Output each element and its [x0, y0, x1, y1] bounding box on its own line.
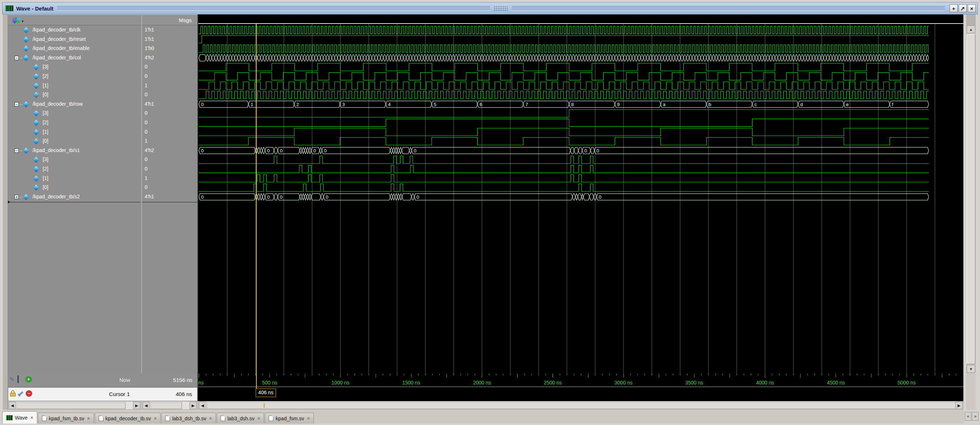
tab-close-icon[interactable]: × [30, 415, 33, 420]
signal-row[interactable]: −/kpad_decoder_tb/col [8, 53, 141, 62]
signal-row[interactable]: [1] [8, 81, 141, 91]
signal-row[interactable]: /kpad_decoder_tb/enable [8, 44, 141, 53]
collapse-toggle[interactable]: − [14, 149, 19, 153]
signal-row[interactable]: [2] [8, 72, 141, 81]
signal-name: [2] [43, 166, 48, 172]
signal-row[interactable]: /kpad_decoder_tb/clk [8, 26, 141, 35]
lock-icon[interactable] [10, 390, 16, 397]
tab-wave[interactable]: Wave× [2, 411, 37, 423]
svg-text:2: 2 [296, 102, 299, 107]
signal-row[interactable]: −/kpad_decoder_tb/s1 [8, 146, 141, 155]
zoom-add-button[interactable]: + [950, 4, 958, 12]
wave-window-icon [5, 5, 13, 11]
signal-names-panel: /kpad_decoder_tb/clk/kpad_decoder_tb/res… [8, 26, 141, 374]
tab-scroll-right-icon[interactable]: » [972, 412, 978, 421]
wave-canvas[interactable]: 0123456789abcdef00000000000000 [198, 14, 963, 374]
cursor-track[interactable]: 406 ns [198, 387, 963, 401]
collapse-toggle[interactable]: − [14, 102, 19, 106]
tab-kpad-fsm-tb-sv[interactable]: kpad_fsm_tb.sv× [38, 413, 94, 423]
close-button[interactable]: × [968, 4, 976, 12]
signal-name: [1] [43, 83, 48, 88]
svg-text:500 ns: 500 ns [262, 380, 277, 385]
tab-scroll-buttons: « » [965, 412, 979, 421]
signal-value: 0 [145, 120, 148, 125]
timeline-ruler[interactable]: 0 ns500 ns1000 ns1500 ns2000 ns2500 ns30… [198, 374, 963, 387]
signal-row[interactable]: [0] [8, 90, 141, 99]
tab-lab3-dsh-tb-sv[interactable]: lab3_dsh_tb.sv× [161, 413, 216, 423]
names-values-splitter[interactable] [141, 14, 142, 401]
signal-row[interactable]: +/kpad_decoder_tb/s2 [8, 192, 141, 201]
signal-value: 0 [145, 73, 148, 79]
signal-row[interactable]: [0] [8, 183, 141, 192]
scroll-up-icon[interactable]: ▲ [967, 26, 975, 33]
scroll-right-icon[interactable]: ▶ [133, 402, 140, 409]
values-hscrollbar[interactable]: ◀ ▶ [142, 401, 197, 410]
signal-row[interactable]: [1] [8, 174, 141, 183]
expand-toggle[interactable]: + [14, 195, 19, 199]
column-header-bar: ▾ Msgs [8, 14, 197, 26]
scroll-left-icon[interactable]: ◀ [143, 402, 150, 409]
wave-hscrollbar[interactable]: ◀ ▶ [198, 401, 963, 410]
signal-diamond-icon [23, 46, 29, 52]
signal-row[interactable]: [1] [8, 128, 141, 137]
tab-close-icon[interactable]: × [154, 415, 157, 421]
tab-scroll-left-icon[interactable]: « [965, 412, 971, 421]
signal-value-row: 4'h2 [142, 146, 197, 155]
vertical-scrollbar-thumb[interactable] [967, 34, 975, 364]
add-cursor-icon[interactable]: + [25, 376, 32, 383]
wave-hscrollbar-thumb[interactable] [207, 402, 956, 409]
signal-row[interactable]: −/kpad_decoder_tb/row [8, 99, 141, 109]
wrench-icon[interactable] [18, 390, 24, 397]
cursor-line[interactable] [256, 24, 257, 388]
svg-text:0: 0 [201, 194, 204, 200]
signal-row[interactable]: [0] [8, 136, 141, 146]
signal-name: /kpad_decoder_tb/row [33, 101, 83, 107]
tab-close-icon[interactable]: × [258, 415, 260, 421]
scroll-down-icon[interactable]: ▼ [967, 365, 975, 373]
tab-close-icon[interactable]: × [209, 415, 212, 421]
signal-name: [2] [43, 73, 48, 79]
vertical-scrollbar[interactable]: ▲ ▼ [966, 14, 976, 410]
tab-lab3-dsh-sv[interactable]: lab3_dsh.sv× [216, 413, 264, 423]
svg-text:4000 ns: 4000 ns [756, 380, 774, 385]
cursor1-row[interactable]: − Cursor 1 406 ns [8, 387, 197, 401]
signal-row[interactable]: [3] [8, 62, 141, 72]
remove-cursor-icon[interactable]: − [25, 390, 32, 397]
collapse-toggle[interactable]: − [14, 56, 19, 60]
tab-kpad-decoder-tb-sv[interactable]: kpad_decoder_tb.sv× [95, 413, 161, 423]
edit-cursor-icon[interactable]: ✎ [10, 376, 16, 383]
signal-row[interactable]: [3] [8, 109, 141, 118]
svg-text:e: e [846, 102, 849, 107]
svg-text:1: 1 [251, 102, 253, 107]
cursor-time-badge[interactable]: 406 ns [256, 388, 276, 397]
signal-row[interactable]: [2] [8, 165, 141, 174]
signal-group-icon[interactable]: ▾ [12, 16, 25, 24]
signal-row[interactable]: [2] [8, 118, 141, 128]
tab-kpad-fsm-sv[interactable]: kpad_fsm.sv× [265, 413, 313, 423]
tab-close-icon[interactable]: × [87, 415, 90, 421]
scroll-left-icon[interactable]: ◀ [199, 402, 206, 409]
waveform-svg: 0123456789abcdef00000000000000 [198, 14, 963, 374]
svg-text:2500 ns: 2500 ns [544, 380, 562, 385]
tab-close-icon[interactable]: × [307, 415, 310, 421]
monitor-icon[interactable] [18, 375, 19, 383]
scroll-right-icon[interactable]: ▶ [955, 402, 963, 409]
titlebar[interactable]: Wave - Default + ↗ × [2, 2, 978, 14]
svg-text:0: 0 [267, 148, 270, 153]
cursor1-label: Cursor 1 [109, 391, 130, 397]
cursor1-value[interactable]: 406 ns [176, 391, 192, 397]
undock-button[interactable]: ↗ [959, 4, 967, 12]
values-hscrollbar-thumb[interactable] [150, 402, 182, 409]
scroll-left-icon[interactable]: ◀ [9, 402, 16, 409]
names-hscrollbar[interactable]: ◀ ▶ [8, 401, 141, 410]
svg-text:4: 4 [388, 102, 391, 107]
signal-row[interactable]: /kpad_decoder_tb/reset [8, 35, 141, 44]
signal-value: 0 [145, 184, 148, 190]
titlebar-grip-dots[interactable] [494, 6, 508, 11]
scroll-right-icon[interactable]: ▶ [189, 402, 197, 409]
names-hscrollbar-thumb[interactable] [16, 402, 126, 409]
signal-value-row: 4'h1 [142, 99, 197, 109]
svg-text:8: 8 [571, 102, 574, 107]
svg-text:5000 ns: 5000 ns [897, 380, 916, 385]
signal-row[interactable]: [3] [8, 155, 141, 165]
